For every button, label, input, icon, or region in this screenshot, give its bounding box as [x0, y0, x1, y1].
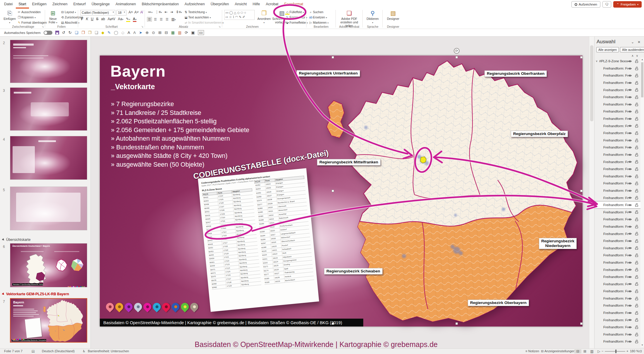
selection-pane-row[interactable]: ∨ Freihandform: Form 1...: [595, 288, 641, 295]
selection-pane-row[interactable]: ∨ Freihandform: Form 1...: [595, 223, 641, 230]
close-icon[interactable]: ✕: [638, 40, 640, 44]
dialog-launcher-icon[interactable]: ↘: [218, 25, 221, 28]
visibility-eye-icon[interactable]: [628, 132, 632, 135]
selection-handle[interactable]: [580, 56, 583, 58]
visibility-eye-icon[interactable]: [628, 203, 632, 207]
cut-button[interactable]: ✂Ausschneiden: [17, 10, 41, 14]
selection-pane-row[interactable]: ∨ Freihandform: Form 1...: [595, 295, 641, 302]
menu-tab-einfügen[interactable]: Einfügen: [30, 0, 49, 8]
pointer-icon[interactable]: ➤: [139, 31, 142, 34]
shape-effects-button[interactable]: ⬙Formeffekte ▾: [285, 21, 308, 24]
line-spacing-button[interactable]: ⇕≡▾: [176, 10, 182, 14]
unlock-icon[interactable]: [635, 340, 638, 344]
selection-handle[interactable]: [455, 322, 458, 325]
normal-view-button[interactable]: ⊟: [574, 349, 581, 353]
unlock-icon[interactable]: [635, 268, 638, 272]
selection-pane-row[interactable]: ∨ Freihandform: Form 1...: [595, 86, 641, 94]
visibility-eye-icon[interactable]: [628, 290, 632, 293]
section-header-vektorkarte[interactable]: Vektorkarte GEM-PLZ5-LK-RB Bayern: [2, 292, 69, 296]
visibility-eye-icon[interactable]: [628, 153, 632, 157]
slide-thumbnail-6[interactable]: Übersichtskarte Deutschland + Bayern Bas…: [10, 243, 87, 287]
selection-pane-row[interactable]: ∨ Freihandform: Form 1...: [595, 108, 641, 115]
reading-view-button[interactable]: ▥: [588, 349, 595, 353]
text-direction-button[interactable]: ⇅Textrichtung ▾: [184, 10, 207, 14]
comment-button[interactable]: 🗨: [602, 1, 611, 8]
scroll-up-icon[interactable]: ▲: [641, 58, 643, 61]
selection-pane-row[interactable]: ∨ Freihandform: Form 1...: [595, 252, 641, 259]
shape-fill-button[interactable]: ◇Fülleffekt ▾: [285, 10, 304, 15]
shape-outline-button[interactable]: ✎Formkontur ▾: [285, 15, 307, 19]
visibility-eye-icon[interactable]: [628, 182, 632, 186]
highlight-color-button[interactable]: ✎▾: [126, 17, 130, 22]
zoom-slider[interactable]: [605, 351, 625, 352]
accessibility-status[interactable]: Barrierefreiheit: Untersuchen: [88, 349, 129, 353]
selection-pane-row[interactable]: ∨ Freihandform: Form 1...: [595, 309, 641, 317]
search-icon[interactable]: ⊙: [152, 31, 155, 34]
bold-button[interactable]: F: [81, 17, 83, 21]
visibility-eye-icon[interactable]: [628, 232, 632, 236]
visibility-eye-icon[interactable]: [628, 74, 632, 78]
selection-pane-scrollbar[interactable]: ▲ ▼: [640, 58, 644, 347]
table-add-icon[interactable]: ⊞: [158, 31, 162, 34]
underline-button[interactable]: U: [91, 17, 93, 21]
menu-tab-start[interactable]: Start: [16, 0, 29, 8]
visibility-eye-icon[interactable]: [628, 326, 632, 329]
visibility-eye-icon[interactable]: [628, 239, 632, 243]
align-left-button[interactable]: ☰: [147, 17, 152, 22]
selection-pane-row[interactable]: ∨ Freihandform: Form 1...: [595, 115, 641, 122]
selection-pane-row[interactable]: ∨ Freihandform: Form 1...: [595, 72, 641, 79]
unlock-icon[interactable]: [635, 175, 638, 179]
autosave-toggle[interactable]: [44, 31, 52, 35]
unlock-icon[interactable]: [635, 325, 638, 330]
visibility-eye-icon[interactable]: [628, 311, 632, 315]
section-header-uebersichtskarte[interactable]: Übersichtskarte: [2, 238, 30, 242]
layout-icon[interactable]: ❏: [95, 31, 98, 34]
selection-pane-row[interactable]: ∨ Freihandform: Form 1...: [595, 187, 641, 194]
smartart-button[interactable]: ⇄In SmartArt konvertieren ▾: [184, 21, 224, 24]
unlock-icon[interactable]: [635, 217, 638, 222]
selection-handle[interactable]: [580, 322, 583, 325]
selection-handle[interactable]: [332, 190, 334, 192]
unlock-icon[interactable]: [635, 304, 638, 308]
fit-to-window-icon[interactable]: ⊡: [639, 349, 642, 353]
menu-tab-animationen[interactable]: Animationen: [113, 0, 139, 8]
selection-pane-row[interactable]: ∨ Freihandform: Form 1...: [595, 244, 641, 252]
selection-handle[interactable]: [455, 56, 458, 58]
menu-tab-acrobat[interactable]: Acrobat: [263, 0, 281, 8]
unlock-icon[interactable]: [635, 232, 638, 236]
selection-pane-row[interactable]: ∨ Freihandform: Form 1...: [595, 137, 641, 144]
draw-pen-icon[interactable]: ✎: [107, 31, 111, 34]
dialog-launcher-icon[interactable]: ↘: [42, 25, 44, 28]
visibility-eye-icon[interactable]: [628, 282, 632, 286]
unlock-icon[interactable]: [635, 246, 638, 251]
table-row-icon[interactable]: ⊟: [165, 31, 168, 34]
unlock-icon[interactable]: [635, 117, 638, 121]
visibility-eye-icon[interactable]: [628, 318, 632, 322]
notes-button[interactable]: ≡ Notizen: [525, 349, 539, 353]
rotate-handle[interactable]: ⟳: [454, 48, 460, 54]
unlock-icon[interactable]: [635, 110, 638, 114]
unlock-icon[interactable]: [635, 160, 638, 164]
increase-indent-button[interactable]: ⇥: [170, 10, 173, 14]
menu-tab-zeichnen[interactable]: Zeichnen: [50, 0, 70, 8]
visibility-eye-icon[interactable]: [628, 218, 632, 222]
visibility-eye-icon[interactable]: [628, 333, 632, 337]
visibility-eye-icon[interactable]: [628, 167, 632, 171]
unlock-icon[interactable]: [635, 253, 638, 258]
selection-pane-row[interactable]: ∨ Freihandform: Form 1...: [595, 122, 641, 129]
send-backward-icon[interactable]: ∨: [636, 54, 640, 57]
unlock-icon[interactable]: [635, 139, 638, 143]
scroll-down-icon[interactable]: ▼: [641, 344, 643, 346]
selection-pane-row[interactable]: ∨ Freihandform: Form 1...: [595, 165, 641, 173]
numbering-button[interactable]: ⋮≡▾: [155, 10, 162, 14]
visibility-eye-icon[interactable]: [628, 304, 632, 308]
record-button[interactable]: Aufzeichnen: [571, 1, 600, 8]
selection-pane-row[interactable]: ∨ Freihandform: Form 1...: [595, 94, 641, 101]
selection-pane-row[interactable]: ∨ Freihandform: Form 1...: [595, 194, 641, 201]
unlock-icon[interactable]: [635, 261, 638, 265]
dictate-button[interactable]: ⚲Diktieren▾: [365, 9, 380, 24]
menu-tab-ansicht[interactable]: Ansicht: [232, 0, 249, 8]
font-color-button[interactable]: A▾: [133, 17, 137, 22]
selection-pane-row[interactable]: ∨ Freihandform: Form 1...: [595, 208, 641, 216]
designer-button[interactable]: ▧Designer: [385, 9, 401, 20]
